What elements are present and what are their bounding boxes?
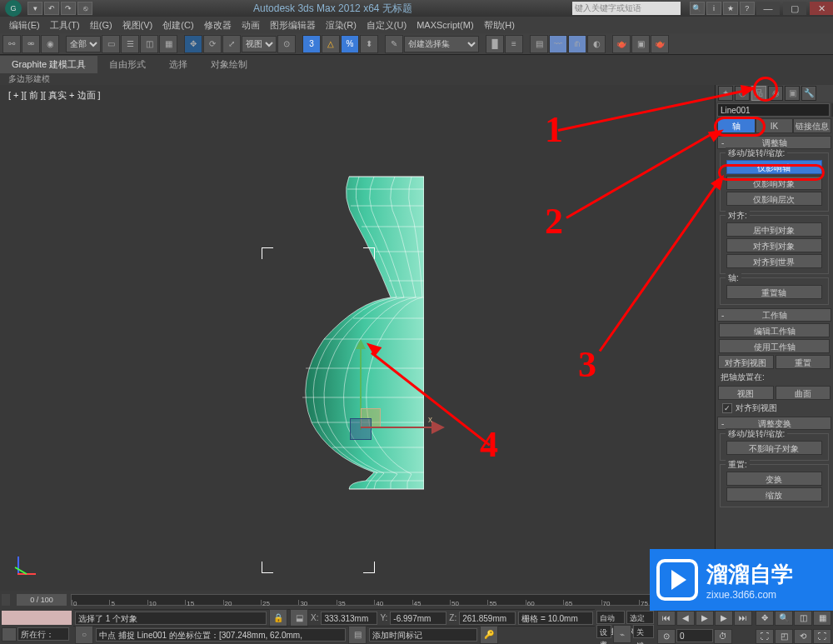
time-config-icon[interactable]: ⏱ <box>714 629 732 644</box>
key-lock-icon[interactable]: 🔑 <box>480 626 498 644</box>
move-icon[interactable]: ✥ <box>184 35 202 53</box>
align-icon[interactable]: ≡ <box>505 35 523 53</box>
object-name-field[interactable] <box>717 103 830 117</box>
dont-affect-children-button[interactable]: 不影响子对象 <box>726 441 823 455</box>
selection-filter[interactable]: 全部 <box>66 36 101 52</box>
maximize-button[interactable]: ▢ <box>783 2 806 15</box>
close-button[interactable]: ✕ <box>810 2 833 15</box>
spinner-snap-icon[interactable]: ⬍ <box>360 35 378 53</box>
motion-tab-icon[interactable]: ◉ <box>768 86 783 101</box>
layers-icon[interactable]: ▤ <box>530 35 548 53</box>
align-to-object-button[interactable]: 对齐到对象 <box>726 238 823 252</box>
menu-group[interactable]: 组(G) <box>85 19 117 32</box>
named-selection-sets[interactable]: 创建选择集 <box>404 36 479 52</box>
reset-wp-button[interactable]: 重置 <box>776 355 831 369</box>
key-mode-icon[interactable]: ⊙ <box>657 629 676 644</box>
menu-animation[interactable]: 动画 <box>237 19 265 32</box>
place-surface-button[interactable]: 曲面 <box>776 386 831 400</box>
star-icon[interactable]: ★ <box>723 2 738 15</box>
time-tag-icon[interactable]: ▤ <box>348 626 367 644</box>
gizmo-x-axis[interactable] <box>361 427 431 428</box>
goto-end-icon[interactable]: ⏭ <box>734 611 752 626</box>
y-coord-field[interactable]: -6.997mm <box>390 612 446 625</box>
viewport-label[interactable]: [ + ][ 前 ][ 真实 + 边面 ] <box>8 89 101 102</box>
fov-icon[interactable]: ◫ <box>794 611 812 626</box>
time-config-icon[interactable] <box>2 594 10 606</box>
snap-3-icon[interactable]: 3 <box>302 35 321 53</box>
affect-object-only-button[interactable]: 仅影响对象 <box>726 176 823 190</box>
prompt-icon[interactable]: ○ <box>75 626 93 644</box>
help-icon[interactable]: ? <box>740 2 755 15</box>
display-tab-icon[interactable]: ▣ <box>785 86 800 101</box>
zoom-all-icon[interactable]: ▦ <box>813 611 831 626</box>
menu-help[interactable]: 帮助(H) <box>479 19 520 32</box>
ik-subtab[interactable]: IK <box>756 118 794 133</box>
schematic-icon[interactable]: ⫙ <box>568 35 586 53</box>
pivot-marker[interactable] <box>350 418 372 440</box>
menu-views[interactable]: 视图(V) <box>117 19 158 32</box>
menu-render[interactable]: 渲染(R) <box>321 19 362 32</box>
menu-customize[interactable]: 自定义(U) <box>362 19 412 32</box>
menu-create[interactable]: 创建(C) <box>157 19 198 32</box>
abs-icon[interactable]: ⬓ <box>290 609 308 627</box>
render-setup-icon[interactable]: 🫖 <box>612 35 631 53</box>
time-tag-field[interactable]: 添加时间标记 <box>369 628 477 642</box>
align-to-world-button[interactable]: 对齐到世界 <box>726 254 823 268</box>
select-region-icon[interactable]: ◫ <box>140 35 158 53</box>
menu-modifiers[interactable]: 修改器 <box>199 19 237 32</box>
scale-icon[interactable]: ⤢ <box>222 35 241 53</box>
ribbon-sub-label[interactable]: 多边形建模 <box>0 73 833 85</box>
menu-tools[interactable]: 工具(T) <box>45 19 85 32</box>
next-frame-icon[interactable]: ▶ <box>715 611 733 626</box>
lock-selection-icon[interactable]: 🔒 <box>269 609 287 627</box>
key-filters-button[interactable]: 关键点过滤器... <box>633 625 654 638</box>
z-coord-field[interactable]: 261.859mm <box>459 612 516 625</box>
region-zoom-icon[interactable]: ◰ <box>775 629 793 644</box>
select-icon[interactable]: ▭ <box>102 35 120 53</box>
rotate-icon[interactable]: ⟳ <box>203 35 222 53</box>
undo-icon[interactable]: ↶ <box>44 2 59 15</box>
menu-maxscript[interactable]: MAXScript(M) <box>412 20 478 30</box>
zoom-ext-icon[interactable]: ⛶ <box>756 629 774 644</box>
hierarchy-tab-icon[interactable]: 品 <box>751 86 766 101</box>
curve-editor-icon[interactable]: 〰 <box>549 35 567 53</box>
search-icon[interactable]: 🔍 <box>690 2 705 15</box>
tb-open-icon[interactable]: ▾ <box>27 2 42 15</box>
ribbon-tab-selection[interactable]: 选择 <box>157 56 199 73</box>
zoom-icon[interactable]: 🔍 <box>775 611 793 626</box>
affect-hierarchy-only-button[interactable]: 仅影响层次 <box>726 192 823 206</box>
edit-working-pivot-button[interactable]: 编辑工作轴 <box>719 323 830 337</box>
reset-transform-button[interactable]: 变换 <box>726 472 823 486</box>
ribbon-tab-freeform[interactable]: 自由形式 <box>97 56 157 73</box>
reset-pivot-button[interactable]: 重置轴 <box>726 285 823 299</box>
mirror-icon[interactable]: ▐▌ <box>486 35 504 53</box>
play-icon[interactable]: ▶ <box>696 611 714 626</box>
pan-icon[interactable]: ✥ <box>756 611 774 626</box>
script-mini-listener[interactable] <box>2 611 72 625</box>
window-crossing-icon[interactable]: ▦ <box>159 35 177 53</box>
orbit-icon[interactable]: ⟲ <box>794 629 812 644</box>
key-icon[interactable]: ⌁ <box>613 625 631 643</box>
autokey-button[interactable]: 自动关键点 <box>596 611 624 624</box>
ribbon-tab-paint[interactable]: 对象绘制 <box>199 56 259 73</box>
affect-pivot-only-button[interactable]: 仅影响轴 <box>726 160 823 174</box>
rollout-working-pivot[interactable]: -工作轴 <box>717 308 831 322</box>
menu-edit[interactable]: 编辑(E) <box>4 19 45 32</box>
align-to-view-button[interactable]: 对齐到视图 <box>718 355 774 369</box>
lock-icon[interactable] <box>2 627 17 642</box>
utilities-tab-icon[interactable]: 🔧 <box>801 86 816 101</box>
menu-graph[interactable]: 图形编辑器 <box>265 19 321 32</box>
link-icon[interactable]: ⎋ <box>77 2 92 15</box>
ribbon-tab-graphite[interactable]: Graphite 建模工具 <box>0 56 97 73</box>
align-to-view-checkbox[interactable]: ✓ <box>722 403 732 413</box>
use-working-pivot-button[interactable]: 使用工作轴 <box>719 339 830 353</box>
time-slider[interactable]: 0 / 100 <box>17 594 67 606</box>
percent-snap-icon[interactable]: % <box>341 35 359 53</box>
linkinfo-subtab[interactable]: 链接信息 <box>793 118 831 133</box>
maximize-vp-icon[interactable]: ⛶ <box>813 629 831 644</box>
center-icon[interactable]: ⊙ <box>277 35 296 53</box>
manage-sets-icon[interactable]: ✎ <box>385 35 403 53</box>
setkey-button[interactable]: 设置关键点 <box>596 625 611 638</box>
render-frame-icon[interactable]: ▣ <box>631 35 650 53</box>
material-editor-icon[interactable]: ◐ <box>587 35 606 53</box>
